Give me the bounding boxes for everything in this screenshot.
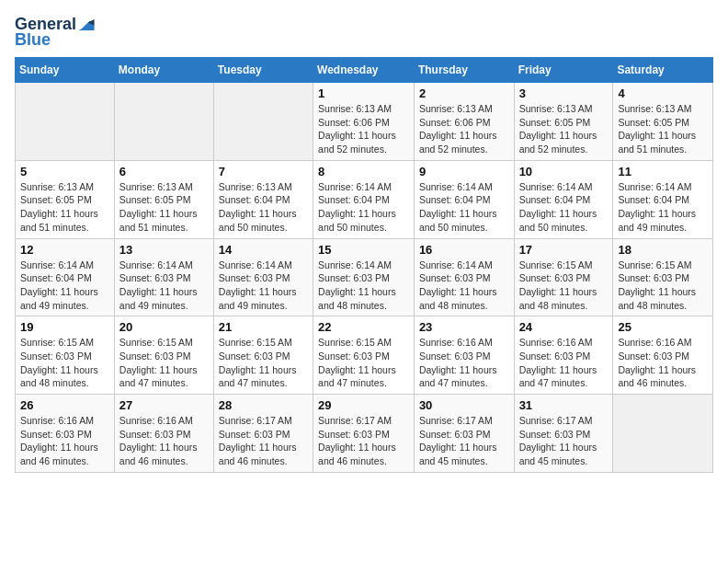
day-number: 8 [318, 165, 409, 178]
day-number: 5 [20, 165, 109, 178]
day-number: 31 [519, 398, 609, 412]
calendar-cell: 9Sunrise: 6:14 AM Sunset: 6:04 PM Daylig… [414, 160, 514, 238]
day-info: Sunrise: 6:13 AM Sunset: 6:04 PM Dayligh… [219, 180, 308, 235]
calendar-cell: 31Sunrise: 6:17 AM Sunset: 6:03 PM Dayli… [514, 395, 613, 473]
day-number: 20 [119, 320, 209, 334]
day-number: 21 [219, 320, 308, 334]
calendar-cell: 24Sunrise: 6:16 AM Sunset: 6:03 PM Dayli… [514, 316, 613, 395]
day-info: Sunrise: 6:17 AM Sunset: 6:03 PM Dayligh… [419, 414, 509, 468]
day-info: Sunrise: 6:14 AM Sunset: 6:03 PM Dayligh… [119, 259, 209, 313]
day-number: 22 [318, 320, 409, 334]
calendar-body: 1Sunrise: 6:13 AM Sunset: 6:06 PM Daylig… [16, 83, 713, 473]
day-info: Sunrise: 6:13 AM Sunset: 6:05 PM Dayligh… [519, 102, 609, 156]
calendar-header-cell: Friday [514, 58, 613, 83]
day-number: 12 [20, 243, 109, 257]
calendar-header-cell: Sunday [16, 58, 115, 83]
calendar-week-row: 1Sunrise: 6:13 AM Sunset: 6:06 PM Daylig… [16, 83, 713, 161]
day-info: Sunrise: 6:14 AM Sunset: 6:04 PM Dayligh… [419, 180, 509, 235]
day-info: Sunrise: 6:14 AM Sunset: 6:04 PM Dayligh… [318, 180, 409, 235]
calendar-cell: 2Sunrise: 6:13 AM Sunset: 6:06 PM Daylig… [414, 83, 514, 161]
day-info: Sunrise: 6:15 AM Sunset: 6:03 PM Dayligh… [219, 336, 308, 390]
day-number: 4 [618, 86, 708, 100]
day-info: Sunrise: 6:17 AM Sunset: 6:03 PM Dayligh… [519, 414, 609, 468]
day-number: 27 [119, 398, 209, 412]
day-number: 29 [318, 398, 409, 412]
day-info: Sunrise: 6:13 AM Sunset: 6:05 PM Dayligh… [618, 102, 708, 156]
day-info: Sunrise: 6:13 AM Sunset: 6:05 PM Dayligh… [20, 180, 109, 235]
day-number: 1 [318, 86, 409, 100]
day-info: Sunrise: 6:16 AM Sunset: 6:03 PM Dayligh… [20, 414, 109, 468]
calendar-cell: 17Sunrise: 6:15 AM Sunset: 6:03 PM Dayli… [514, 238, 613, 316]
day-info: Sunrise: 6:13 AM Sunset: 6:05 PM Dayligh… [119, 180, 209, 235]
day-number: 18 [618, 243, 708, 257]
day-info: Sunrise: 6:16 AM Sunset: 6:03 PM Dayligh… [519, 336, 609, 390]
day-number: 23 [419, 320, 509, 334]
day-info: Sunrise: 6:16 AM Sunset: 6:03 PM Dayligh… [119, 414, 209, 468]
calendar-cell [114, 83, 213, 161]
day-number: 25 [618, 320, 708, 334]
day-info: Sunrise: 6:13 AM Sunset: 6:06 PM Dayligh… [318, 102, 409, 156]
day-info: Sunrise: 6:15 AM Sunset: 6:03 PM Dayligh… [119, 336, 209, 390]
calendar-cell: 23Sunrise: 6:16 AM Sunset: 6:03 PM Dayli… [414, 316, 514, 395]
day-info: Sunrise: 6:15 AM Sunset: 6:03 PM Dayligh… [618, 259, 708, 313]
day-number: 3 [519, 86, 609, 100]
calendar-cell: 28Sunrise: 6:17 AM Sunset: 6:03 PM Dayli… [213, 395, 313, 473]
day-number: 2 [419, 86, 509, 100]
calendar-cell: 4Sunrise: 6:13 AM Sunset: 6:05 PM Daylig… [613, 83, 713, 161]
day-number: 6 [119, 165, 209, 178]
day-number: 30 [419, 398, 509, 412]
calendar-week-row: 12Sunrise: 6:14 AM Sunset: 6:04 PM Dayli… [16, 238, 713, 316]
day-info: Sunrise: 6:14 AM Sunset: 6:03 PM Dayligh… [419, 259, 509, 313]
calendar-cell: 19Sunrise: 6:15 AM Sunset: 6:03 PM Dayli… [16, 316, 115, 395]
day-number: 10 [519, 165, 609, 178]
calendar-cell: 6Sunrise: 6:13 AM Sunset: 6:05 PM Daylig… [114, 160, 213, 238]
calendar-header-cell: Tuesday [213, 58, 313, 83]
day-number: 28 [219, 398, 308, 412]
calendar-cell: 30Sunrise: 6:17 AM Sunset: 6:03 PM Dayli… [414, 395, 514, 473]
calendar-cell: 12Sunrise: 6:14 AM Sunset: 6:04 PM Dayli… [16, 238, 115, 316]
calendar-cell [613, 395, 713, 473]
day-info: Sunrise: 6:14 AM Sunset: 6:03 PM Dayligh… [318, 259, 409, 313]
day-info: Sunrise: 6:14 AM Sunset: 6:04 PM Dayligh… [20, 259, 109, 313]
calendar-cell: 14Sunrise: 6:14 AM Sunset: 6:03 PM Dayli… [213, 238, 313, 316]
day-info: Sunrise: 6:15 AM Sunset: 6:03 PM Dayligh… [20, 336, 109, 390]
calendar-cell: 5Sunrise: 6:13 AM Sunset: 6:05 PM Daylig… [16, 160, 115, 238]
calendar-cell [16, 83, 115, 161]
day-number: 19 [20, 320, 109, 334]
day-info: Sunrise: 6:17 AM Sunset: 6:03 PM Dayligh… [318, 414, 409, 468]
calendar-header-cell: Thursday [414, 58, 514, 83]
calendar-cell: 13Sunrise: 6:14 AM Sunset: 6:03 PM Dayli… [114, 238, 213, 316]
calendar-cell: 7Sunrise: 6:13 AM Sunset: 6:04 PM Daylig… [213, 160, 313, 238]
day-info: Sunrise: 6:14 AM Sunset: 6:03 PM Dayligh… [219, 259, 308, 313]
day-number: 26 [20, 398, 109, 412]
calendar-cell: 18Sunrise: 6:15 AM Sunset: 6:03 PM Dayli… [613, 238, 713, 316]
calendar-header-cell: Saturday [613, 58, 713, 83]
day-info: Sunrise: 6:13 AM Sunset: 6:06 PM Dayligh… [419, 102, 509, 156]
calendar-cell: 3Sunrise: 6:13 AM Sunset: 6:05 PM Daylig… [514, 83, 613, 161]
page-header: General Blue [15, 15, 713, 50]
logo-blue: Blue [15, 30, 51, 50]
calendar-cell: 10Sunrise: 6:14 AM Sunset: 6:04 PM Dayli… [514, 160, 613, 238]
calendar-cell: 22Sunrise: 6:15 AM Sunset: 6:03 PM Dayli… [313, 316, 415, 395]
calendar-header-row: SundayMondayTuesdayWednesdayThursdayFrid… [16, 58, 713, 83]
calendar-cell: 16Sunrise: 6:14 AM Sunset: 6:03 PM Dayli… [414, 238, 514, 316]
day-number: 15 [318, 243, 409, 257]
calendar-cell: 29Sunrise: 6:17 AM Sunset: 6:03 PM Dayli… [313, 395, 415, 473]
day-info: Sunrise: 6:14 AM Sunset: 6:04 PM Dayligh… [519, 180, 609, 235]
calendar-week-row: 19Sunrise: 6:15 AM Sunset: 6:03 PM Dayli… [16, 316, 713, 395]
logo: General Blue [15, 15, 95, 50]
calendar-cell: 27Sunrise: 6:16 AM Sunset: 6:03 PM Dayli… [114, 395, 213, 473]
day-number: 17 [519, 243, 609, 257]
day-number: 13 [119, 243, 209, 257]
day-number: 9 [419, 165, 509, 178]
day-info: Sunrise: 6:15 AM Sunset: 6:03 PM Dayligh… [318, 336, 409, 390]
calendar-cell: 8Sunrise: 6:14 AM Sunset: 6:04 PM Daylig… [313, 160, 415, 238]
day-number: 24 [519, 320, 609, 334]
calendar-cell [213, 83, 313, 161]
day-info: Sunrise: 6:15 AM Sunset: 6:03 PM Dayligh… [519, 259, 609, 313]
day-number: 14 [219, 243, 308, 257]
day-number: 16 [419, 243, 509, 257]
logo-icon [78, 19, 95, 30]
calendar-header-cell: Monday [114, 58, 213, 83]
calendar-cell: 11Sunrise: 6:14 AM Sunset: 6:04 PM Dayli… [613, 160, 713, 238]
